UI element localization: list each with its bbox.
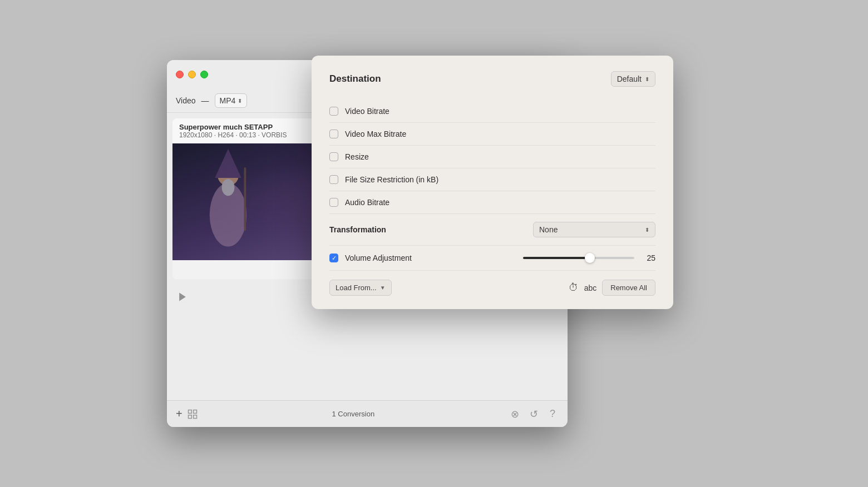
clock-icon[interactable]: ⏱ bbox=[569, 282, 579, 294]
play-button[interactable] bbox=[176, 290, 189, 304]
minimize-button[interactable] bbox=[188, 71, 196, 78]
format-select[interactable]: MP4 ⬍ bbox=[215, 93, 248, 108]
volume-row: ✓ Volume Adjustment 25 bbox=[329, 246, 655, 271]
format-select-arrow: ⬍ bbox=[238, 98, 242, 104]
settings-panel: Destination Default ⬍ Video Bitrate Vide… bbox=[312, 56, 673, 309]
video-title: Superpower much SETAPP bbox=[179, 123, 287, 131]
video-bitrate-checkbox[interactable] bbox=[329, 107, 338, 116]
bottom-bar: + 1 Conversion ⊗ ↺ ? bbox=[167, 400, 568, 427]
volume-slider-track[interactable] bbox=[523, 257, 634, 259]
settings-header: Destination Default ⬍ bbox=[329, 71, 655, 87]
refresh-icon[interactable]: ↺ bbox=[527, 408, 540, 420]
volume-slider-fill bbox=[523, 257, 590, 259]
abc-label: abc bbox=[584, 284, 597, 292]
video-bitrate-row: Video Bitrate bbox=[329, 100, 655, 123]
svg-marker-3 bbox=[215, 149, 241, 178]
video-max-bitrate-row: Video Max Bitrate bbox=[329, 123, 655, 146]
video-meta: 1920x1080 · H264 · 00:13 · VORBIS bbox=[179, 131, 287, 139]
file-size-restriction-label: File Size Restriction (in kB) bbox=[345, 175, 655, 184]
toolbar-dash: — bbox=[201, 96, 209, 105]
footer-right: ⏱ abc Remove All bbox=[569, 280, 655, 296]
load-from-arrow-icon: ▼ bbox=[380, 285, 386, 291]
add-button[interactable]: + bbox=[176, 408, 183, 420]
help-icon[interactable]: ? bbox=[546, 408, 559, 420]
svg-marker-12 bbox=[179, 293, 186, 301]
transformation-arrow-icon: ⬍ bbox=[645, 227, 649, 233]
format-type-label: Video bbox=[176, 96, 196, 105]
svg-rect-15 bbox=[188, 415, 191, 418]
batch-icon[interactable] bbox=[187, 409, 198, 420]
volume-slider-container: 25 bbox=[523, 254, 655, 262]
audio-bitrate-row: Audio Bitrate bbox=[329, 191, 655, 214]
transformation-select[interactable]: None ⬍ bbox=[533, 222, 655, 237]
volume-value: 25 bbox=[640, 254, 655, 262]
destination-select-label: Default bbox=[617, 74, 642, 83]
cancel-icon[interactable]: ⊗ bbox=[509, 408, 521, 420]
svg-rect-5 bbox=[244, 167, 246, 231]
format-select-label: MP4 bbox=[220, 96, 236, 105]
video-bitrate-label: Video Bitrate bbox=[345, 107, 655, 116]
destination-select[interactable]: Default ⬍ bbox=[611, 71, 655, 87]
audio-bitrate-checkbox[interactable] bbox=[329, 198, 338, 207]
resize-row: Resize bbox=[329, 146, 655, 168]
destination-arrow-icon: ⬍ bbox=[645, 76, 649, 82]
resize-label: Resize bbox=[345, 152, 655, 161]
volume-label: Volume Adjustment bbox=[345, 254, 516, 262]
load-from-label: Load From... bbox=[336, 284, 377, 292]
resize-checkbox[interactable] bbox=[329, 152, 338, 161]
remove-all-button[interactable]: Remove All bbox=[602, 280, 655, 296]
svg-rect-13 bbox=[188, 410, 191, 413]
svg-rect-14 bbox=[193, 410, 196, 413]
video-max-bitrate-label: Video Max Bitrate bbox=[345, 130, 655, 138]
wizard-figure bbox=[200, 146, 256, 252]
transformation-row: Transformation None ⬍ bbox=[329, 214, 655, 246]
svg-point-4 bbox=[222, 179, 235, 196]
settings-footer: Load From... ▼ ⏱ abc Remove All bbox=[329, 271, 655, 296]
audio-bitrate-label: Audio Bitrate bbox=[345, 198, 655, 207]
traffic-lights bbox=[176, 71, 208, 78]
close-button[interactable] bbox=[176, 71, 184, 78]
video-max-bitrate-checkbox[interactable] bbox=[329, 130, 338, 138]
maximize-button[interactable] bbox=[200, 71, 208, 78]
volume-checkbox[interactable]: ✓ bbox=[329, 254, 338, 262]
volume-slider-thumb[interactable] bbox=[585, 253, 595, 263]
transformation-select-label: None bbox=[539, 225, 642, 234]
svg-rect-16 bbox=[193, 415, 196, 418]
file-size-restriction-checkbox[interactable] bbox=[329, 175, 338, 184]
bottom-conversion-count: 1 Conversion bbox=[198, 410, 509, 418]
bottom-icons: ⊗ ↺ ? bbox=[509, 408, 559, 420]
settings-title: Destination bbox=[329, 73, 381, 85]
file-size-restriction-row: File Size Restriction (in kB) bbox=[329, 168, 655, 191]
load-from-button[interactable]: Load From... ▼ bbox=[329, 280, 392, 296]
transformation-label: Transformation bbox=[329, 225, 386, 234]
